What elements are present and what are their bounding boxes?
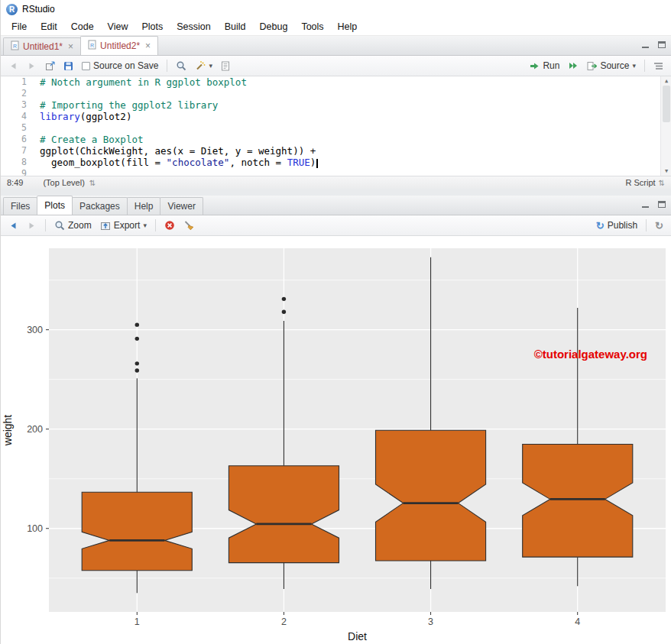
tab-help[interactable]: Help [127, 197, 161, 215]
line-number: 4 [1, 111, 34, 122]
tab-untitled1[interactable]: R Untitled1* × [3, 37, 81, 55]
code-line[interactable]: 1# Notch argument in R ggplot boxplot [1, 76, 671, 88]
save-icon [63, 61, 73, 71]
code-text: geom_boxplot(fill = "chocolate", notch =… [34, 157, 318, 168]
code-text: # Notch argument in R ggplot boxplot [34, 76, 247, 88]
svg-text:Diet: Diet [348, 630, 367, 642]
code-line[interactable]: 9 [1, 168, 671, 176]
save-button[interactable] [61, 60, 76, 73]
code-line[interactable]: 6# Create a Boxplot [1, 134, 671, 145]
refresh-plot-button[interactable]: ↻ [653, 218, 666, 233]
code-tools-button[interactable]: ▾ [193, 59, 215, 73]
pane-splitter[interactable] [1, 189, 671, 196]
back-button[interactable] [6, 60, 21, 73]
minimize-pane-button[interactable] [640, 40, 651, 50]
document-outline-button[interactable] [651, 60, 666, 72]
line-number: 3 [1, 99, 34, 111]
rerun-button[interactable] [566, 60, 581, 72]
run-button[interactable]: Run [527, 59, 562, 73]
clear-all-plots-button[interactable] [181, 218, 197, 232]
menu-file[interactable]: File [5, 20, 34, 34]
code-text [34, 88, 40, 99]
refresh-icon: ↻ [655, 220, 663, 231]
svg-text:R: R [90, 43, 94, 48]
export-button[interactable]: Export ▾ [98, 218, 149, 232]
tab-plots[interactable]: Plots [37, 196, 73, 215]
tab-packages[interactable]: Packages [72, 197, 128, 215]
code-line[interactable]: 5 [1, 122, 671, 134]
tab-label: Viewer [167, 201, 195, 212]
forward-button[interactable] [24, 60, 39, 73]
rstudio-logo-icon: R [6, 4, 18, 15]
maximize-pane-button[interactable] [656, 200, 667, 210]
code-editor[interactable]: 1# Notch argument in R ggplot boxplot23#… [1, 76, 671, 176]
notebook-icon [221, 61, 230, 71]
tab-files[interactable]: Files [3, 197, 37, 215]
menu-build[interactable]: Build [218, 20, 253, 34]
code-text: ggplot(ChickWeight, aes(x = Diet, y = we… [34, 145, 316, 157]
up-down-icon: ⇅ [659, 179, 665, 187]
zoom-button[interactable]: Zoom [52, 218, 94, 232]
source-on-save-checkbox[interactable]: Source on Save [79, 59, 160, 73]
plots-toolbar: Zoom Export ▾ ↻ Publish ↻ [1, 215, 671, 236]
code-line[interactable]: 7ggplot(ChickWeight, aes(x = Diet, y = w… [1, 145, 671, 157]
checkbox-icon[interactable] [82, 62, 90, 70]
run-label: Run [543, 60, 559, 71]
forward-arrow-icon [27, 221, 37, 231]
toolbar-separator [644, 60, 645, 72]
line-number: 9 [1, 168, 34, 176]
menu-help[interactable]: Help [331, 20, 365, 34]
tab-close-icon[interactable]: × [145, 42, 151, 50]
editor-scrollbar[interactable]: ▲ ▼ [660, 76, 671, 176]
menu-code[interactable]: Code [64, 20, 101, 34]
menu-tools[interactable]: Tools [294, 20, 330, 34]
code-line[interactable]: 3# Importing the ggplot2 library [1, 99, 671, 111]
tab-untitled2[interactable]: R Untitled2* × [80, 36, 158, 55]
export-label: Export [114, 220, 141, 231]
caret-down-icon: ▾ [143, 222, 147, 229]
back-arrow-icon [8, 221, 18, 231]
maximize-pane-button[interactable] [656, 40, 667, 50]
svg-text:3: 3 [428, 616, 433, 627]
menu-debug[interactable]: Debug [253, 20, 295, 34]
remove-plot-button[interactable] [162, 218, 177, 232]
next-plot-button[interactable] [24, 219, 39, 232]
popout-window-icon [45, 61, 55, 71]
code-line[interactable]: 4library(ggplot2) [1, 111, 671, 122]
publish-button[interactable]: ↻ Publish [594, 218, 640, 233]
previous-plot-button[interactable] [6, 219, 21, 232]
source-on-save-label: Source on Save [93, 60, 158, 71]
app-title: RStudio [22, 4, 55, 15]
source-file-icon [587, 61, 597, 71]
file-type-selector[interactable]: R Script [625, 178, 655, 187]
compile-report-button[interactable] [219, 60, 232, 73]
menu-plots[interactable]: Plots [135, 20, 170, 34]
menu-view[interactable]: View [101, 20, 135, 34]
scope-selector[interactable]: (Top Level) [43, 178, 84, 187]
scroll-down-icon[interactable]: ▼ [661, 168, 671, 174]
svg-text:1: 1 [135, 616, 140, 627]
magnifier-icon [176, 60, 186, 71]
open-in-new-window-button[interactable] [43, 60, 57, 73]
scroll-up-icon[interactable]: ▲ [661, 78, 671, 84]
tab-viewer[interactable]: Viewer [160, 197, 203, 215]
menu-edit[interactable]: Edit [34, 20, 64, 34]
publish-label: Publish [608, 220, 637, 231]
source-button[interactable]: Source ▾ [585, 59, 638, 73]
find-replace-button[interactable] [173, 59, 189, 73]
magnifier-icon [54, 220, 65, 231]
source-tab-bar: R Untitled1* × R Untitled2* × [1, 36, 671, 56]
code-line[interactable]: 2 [1, 88, 671, 99]
line-number: 1 [1, 76, 34, 88]
toolbar-separator [167, 60, 167, 72]
rstudio-window: R RStudio File Edit Code View Plots Sess… [0, 0, 671, 644]
r-script-file-icon: R [88, 40, 96, 52]
code-line[interactable]: 8 geom_boxplot(fill = "chocolate", notch… [1, 157, 671, 168]
tab-close-icon[interactable]: × [68, 43, 73, 50]
line-number: 8 [1, 157, 34, 168]
remove-plot-icon [164, 220, 175, 231]
minimize-pane-button[interactable] [640, 200, 651, 210]
menu-session[interactable]: Session [170, 20, 217, 34]
scrollbar-thumb[interactable] [663, 86, 670, 122]
source-label: Source [600, 60, 629, 71]
